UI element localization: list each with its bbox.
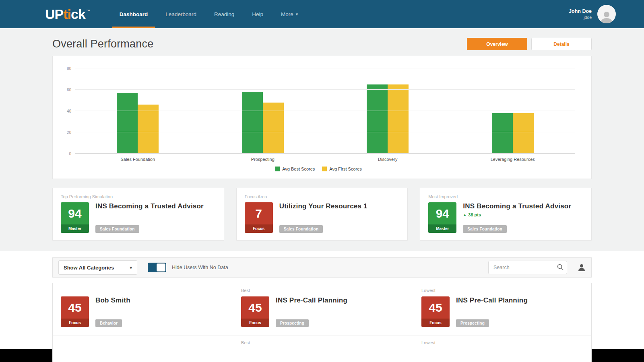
card-details: INS Becoming a Trusted Advisor Sales Fou…	[95, 202, 216, 233]
export-users-icon[interactable]	[578, 263, 586, 272]
score-tile: 94 Master	[61, 202, 89, 233]
user-full-name: Bob Smith	[95, 296, 130, 304]
details-button[interactable]: Details	[531, 38, 592, 50]
toggle-knob	[157, 263, 165, 272]
score-value: 45	[241, 296, 269, 319]
card-focus-area: Focus Area 7 Focus Utilizing Your Resour…	[236, 188, 408, 241]
category-select[interactable]: Show All Categories ▾	[58, 260, 137, 275]
chart-plot	[75, 68, 575, 154]
search-box	[488, 261, 567, 274]
nav-item-help[interactable]: Help	[243, 0, 272, 28]
bar-avg-best-scores	[117, 93, 138, 154]
user-cell: 45 Focus Bob Smith Behavior	[61, 296, 241, 327]
search-input[interactable]	[488, 261, 567, 274]
performance-chart-card: 020406080 Sales FoundationProspectingDis…	[52, 56, 592, 179]
card-details: Utilizing Your Resources 1 Sales Foundat…	[279, 202, 400, 233]
highlight-cards: Top Performing Simulation 94 Master INS …	[52, 188, 592, 241]
chart-area: 020406080	[62, 68, 575, 154]
column-label: Lowest	[421, 288, 583, 294]
lower-section: Show All Categories ▾ Hide Users With No…	[0, 251, 644, 331]
score-value: 7	[245, 202, 273, 224]
legend-label: Avg First Scores	[329, 167, 362, 171]
legend-label: Avg Best Scores	[282, 167, 315, 171]
score-level: Focus	[61, 319, 89, 327]
category-badge: Prospecting	[276, 319, 309, 327]
user-name: John Doe	[569, 8, 592, 14]
user-row[interactable]: Best Lowest	[53, 335, 591, 362]
legend-swatch	[322, 167, 327, 171]
x-tick-label: Discovery	[325, 157, 450, 162]
score-tile: 45 Focus	[61, 296, 89, 327]
hide-users-toggle[interactable]	[148, 263, 166, 272]
brand-logo[interactable]: UPtick™	[45, 6, 90, 22]
page-head: Overall Performance Overview Details	[52, 38, 592, 50]
legend-item: Avg Best Scores	[275, 167, 315, 171]
nav-item-dashboard[interactable]: Dashboard	[111, 0, 157, 28]
score-value: 45	[421, 296, 450, 319]
bar-group	[325, 68, 450, 154]
nav-label: Leaderboard	[165, 11, 196, 17]
axis-spacer	[62, 157, 75, 162]
best-column: Best 45 Focus INS Pre-Call Planning Pros…	[241, 288, 421, 327]
card-label: Most Improved	[428, 194, 583, 199]
gridline	[75, 153, 575, 154]
card-body: 94 Master INS Becoming a Trusted Advisor…	[61, 202, 216, 233]
toggle-label: Hide Users With No Data	[172, 265, 228, 270]
user-info: John Doe jdoe	[569, 8, 592, 20]
score-tile: 45 Focus	[421, 296, 450, 327]
nav-label: Help	[252, 11, 263, 17]
brand-up: UP	[45, 6, 63, 22]
user-row[interactable]: 45 Focus Bob Smith Behavior Best	[53, 283, 591, 335]
y-tick-label: 80	[67, 66, 71, 71]
overview-button[interactable]: Overview	[467, 38, 527, 50]
nav-item-leaderboard[interactable]: Leaderboard	[157, 0, 205, 28]
gridline	[75, 111, 575, 111]
search-icon[interactable]	[557, 264, 564, 270]
lowest-cell: 45 Focus INS Pre-Call Planning Prospecti…	[421, 296, 583, 327]
column-label: Best	[241, 288, 421, 294]
cell-details: INS Pre-Call Planning Prospecting	[456, 296, 528, 327]
nav-item-more[interactable]: More▾	[272, 0, 307, 28]
bar-avg-first-scores	[263, 103, 284, 154]
person-icon	[600, 10, 613, 23]
card-body: 7 Focus Utilizing Your Resources 1 Sales…	[245, 202, 400, 233]
y-tick-label: 0	[69, 152, 71, 156]
score-level: Focus	[245, 224, 273, 233]
main-nav: Dashboard Leaderboard Reading Help More▾	[111, 0, 307, 28]
score-tile: 45 Focus	[241, 296, 269, 327]
bar-avg-first-scores	[138, 105, 159, 154]
user-column	[61, 340, 241, 349]
lowest-column: Lowest	[421, 340, 583, 349]
simulation-title: INS Becoming a Trusted Advisor	[95, 202, 216, 210]
gridline	[75, 89, 575, 90]
user-menu[interactable]: John Doe jdoe	[569, 5, 616, 23]
x-tick-label: Prospecting	[200, 157, 326, 162]
cell-details: INS Pre-Call Planning Prospecting	[276, 296, 347, 327]
bar-avg-best-scores	[492, 113, 513, 154]
card-top-performing-simulation: Top Performing Simulation 94 Master INS …	[52, 188, 224, 241]
category-badge: Behavior	[95, 319, 122, 327]
y-tick-label: 40	[67, 109, 71, 113]
brand-ti: ti	[63, 6, 71, 22]
legend-swatch	[275, 167, 280, 171]
user-username: jdoe	[569, 15, 592, 20]
caret-down-icon: ▾	[130, 265, 132, 270]
best-column: Best	[241, 340, 421, 349]
card-body: 94 Master INS Becoming a Trusted Advisor…	[428, 202, 583, 233]
category-badge: Sales Foundation	[463, 225, 507, 233]
card-details: INS Becoming a Trusted Advisor ▲ 38 pts …	[463, 202, 583, 233]
simulation-title: INS Pre-Call Planning	[456, 296, 528, 304]
chart-x-axis: Sales FoundationProspectingDiscoveryLeve…	[62, 157, 575, 162]
bar-group	[75, 68, 200, 154]
bar-avg-first-scores	[513, 113, 534, 154]
nav-item-reading[interactable]: Reading	[205, 0, 243, 28]
chart-x-labels: Sales FoundationProspectingDiscoveryLeve…	[75, 157, 575, 162]
chart-y-axis: 020406080	[62, 68, 75, 154]
score-value: 45	[61, 296, 89, 319]
avatar[interactable]	[597, 5, 616, 23]
column-label: Lowest	[421, 340, 583, 347]
page: UPtick™ Dashboard Leaderboard Reading He…	[0, 0, 644, 349]
caret-down-icon: ▾	[296, 12, 298, 16]
navbar: UPtick™ Dashboard Leaderboard Reading He…	[0, 0, 644, 28]
nav-label: Reading	[214, 11, 234, 17]
